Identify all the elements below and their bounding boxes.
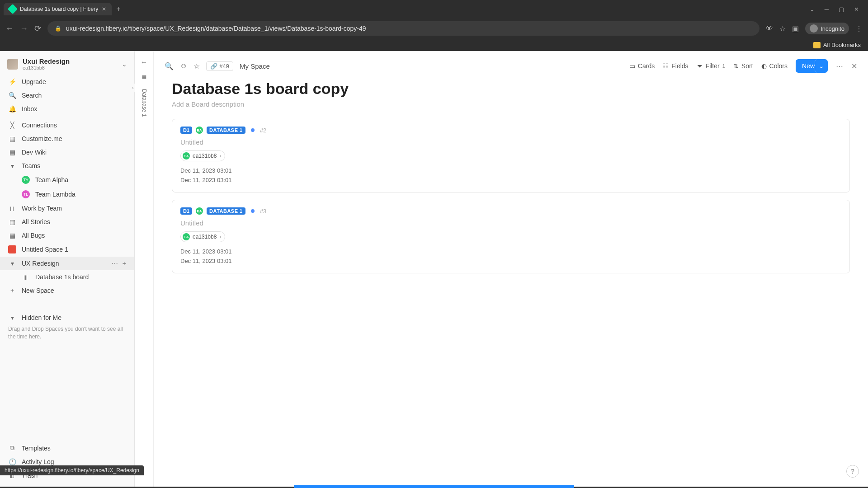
nav-right: 👁 ☆ ▣ Incognito ⋮ [766, 23, 863, 34]
clock-icon: 🕘 [8, 458, 16, 465]
bottom-accent [294, 485, 574, 488]
browser-tab[interactable]: Database 1s board copy | Fibery ✕ [4, 3, 112, 15]
close-window-icon[interactable]: ✕ [854, 6, 859, 13]
fields-control[interactable]: ☷ Fields [663, 62, 688, 70]
sidebar-collapse-icon[interactable]: ‹ [131, 84, 135, 92]
plus-icon: + [8, 287, 16, 294]
sidebar-item-db1-board[interactable]: ⫼ Database 1s board [0, 270, 134, 284]
bell-icon: 🔔 [8, 105, 16, 113]
more-icon[interactable]: ⋯ [836, 62, 843, 70]
database-stack-icon[interactable]: ≣ [142, 73, 147, 80]
sidebar-item-devwiki[interactable]: ▤ Dev Wiki [0, 145, 134, 159]
colors-control[interactable]: ◐ Colors [761, 62, 788, 70]
new-tab-button[interactable]: + [116, 5, 120, 13]
card-header: D1 EA DATABASE 1 #2 [180, 127, 841, 134]
sidebar-item-hidden-for-me[interactable]: ▾ Hidden for Me [0, 311, 134, 324]
entity-id-chip[interactable]: 🔗 #49 [206, 61, 233, 71]
sidebar-item-inbox[interactable]: 🔔 Inbox [0, 102, 134, 116]
maximize-icon[interactable]: ▢ [839, 6, 844, 13]
forward-icon[interactable]: → [20, 24, 28, 33]
updated-date: Dec 11, 2023 03:01 [180, 256, 841, 266]
close-icon[interactable]: ✕ [851, 62, 857, 70]
board-card[interactable]: D1 EA DATABASE 1 #3 Untitled EA ea131bb8… [172, 200, 850, 273]
sidebar-item-team-lambda[interactable]: TL Team Lambda [0, 187, 134, 202]
sort-control[interactable]: ⇅ Sort [733, 62, 753, 70]
cards-area: D1 EA DATABASE 1 #2 Untitled EA ea131bb8… [154, 119, 868, 273]
sidebar-label: Team Alpha [35, 176, 68, 183]
sidebar-label: Inbox [22, 105, 37, 113]
colors-label: Colors [769, 62, 788, 70]
sidebar-label: Team Lambda [35, 191, 75, 198]
board-icon: ⫼ [22, 273, 30, 281]
sidebar-item-all-stories[interactable]: ▦ All Stories [0, 215, 134, 229]
url-bar[interactable]: 🔒 uxui-redesign.fibery.io/fibery/space/U… [47, 21, 760, 36]
db-badge: D1 [180, 207, 192, 215]
smiley-icon[interactable]: ☺ [180, 62, 187, 70]
palette-icon: ◐ [761, 62, 767, 70]
card-dates: Dec 11, 2023 03:01 Dec 11, 2023 03:01 [180, 166, 841, 185]
sidebar-item-connections[interactable]: ╳ Connections [0, 118, 134, 132]
folder-icon [813, 42, 821, 48]
page-title[interactable]: Database 1s board copy [154, 77, 868, 99]
sidebar-item-team-alpha[interactable]: TA Team Alpha [0, 173, 134, 187]
kebab-menu-icon[interactable]: ⋮ [855, 24, 863, 33]
sidebar-item-templates[interactable]: ⧉ Templates [0, 441, 134, 455]
sidebar-item-search[interactable]: 🔍 Search [0, 89, 134, 102]
breadcrumb[interactable]: My Space [240, 62, 270, 70]
sidebar-label: Connections [22, 122, 57, 129]
rail-back-icon[interactable]: ← [141, 58, 148, 66]
created-date: Dec 11, 2023 03:01 [180, 166, 841, 175]
sidebar-label: All Stories [22, 218, 50, 225]
panel-icon[interactable]: ▣ [792, 24, 799, 33]
eye-off-icon[interactable]: 👁 [766, 24, 773, 33]
filter-count: 1 [722, 63, 725, 69]
chevron-down-icon[interactable]: ⌄ [122, 61, 127, 68]
sidebar-item-untitled-space[interactable]: Untitled Space 1 [0, 242, 134, 257]
minimize-icon[interactable]: ─ [825, 6, 829, 13]
filter-icon: ⏷ [697, 62, 703, 70]
chevron-down-filled-icon: ▾ [8, 260, 16, 267]
status-bar-url: https://uxui-redesign.fibery.io/fibery/s… [0, 465, 144, 475]
card-header: D1 EA DATABASE 1 #3 [180, 207, 841, 215]
workspace-avatar-icon [7, 59, 18, 70]
search-icon[interactable]: 🔍 [165, 62, 174, 70]
status-dot-icon [251, 209, 255, 213]
incognito-badge[interactable]: Incognito [805, 23, 849, 34]
wiki-icon: ▤ [8, 149, 16, 156]
star-outline-icon[interactable]: ☆ [193, 62, 200, 70]
toolbar-right: ▭ Cards ☷ Fields ⏷ Filter 1 ⇅ Sort ◐ [629, 59, 857, 73]
search-icon: 🔍 [8, 92, 16, 99]
rail-db-label[interactable]: Database 1 [141, 89, 147, 117]
workspace-switcher[interactable]: Uxui Redesign ea131bb8 ⌄ [0, 51, 134, 75]
sidebar-label: New Space [22, 287, 54, 294]
connections-icon: ╳ [8, 122, 16, 129]
board-card[interactable]: D1 EA DATABASE 1 #2 Untitled EA ea131bb8… [172, 119, 850, 192]
database-label-badge: DATABASE 1 [207, 207, 245, 215]
all-bookmarks-button[interactable]: All Bookmarks [813, 42, 861, 48]
cards-control[interactable]: ▭ Cards [629, 62, 655, 70]
page-description[interactable]: Add a Board description [154, 99, 868, 119]
sidebar-item-upgrade[interactable]: ⚡ Upgrade [0, 75, 134, 89]
assignee-name: ea131bb8 [193, 153, 217, 159]
reload-icon[interactable]: ⟳ [34, 23, 41, 33]
new-dropdown-icon[interactable]: ⌄ [815, 59, 828, 73]
back-icon[interactable]: ← [5, 24, 14, 33]
assignee-chip[interactable]: EA ea131bb8 › [180, 150, 225, 161]
sidebar-item-customize[interactable]: ▦ Customize.me [0, 132, 134, 145]
incognito-label: Incognito [821, 25, 844, 32]
sidebar-item-teams[interactable]: ▾ Teams [0, 159, 134, 173]
more-icon[interactable]: ⋯ [112, 260, 118, 267]
help-button[interactable]: ? [846, 465, 859, 478]
dropdown-icon[interactable]: ⌄ [810, 6, 815, 13]
assignee-chip[interactable]: EA ea131bb8 › [180, 231, 225, 242]
filter-control[interactable]: ⏷ Filter 1 [697, 62, 725, 70]
main-content: 🔍 ☺ ☆ 🔗 #49 My Space ▭ Cards ☷ Fields [154, 51, 868, 487]
tab-close-icon[interactable]: ✕ [102, 6, 106, 12]
sidebar-item-all-bugs[interactable]: ▦ All Bugs [0, 229, 134, 242]
sidebar-item-work-by-team[interactable]: ⫼ Work by Team [0, 202, 134, 215]
sort-icon: ⇅ [733, 62, 739, 70]
star-icon[interactable]: ☆ [779, 24, 786, 33]
sidebar-item-ux-redesign[interactable]: ▾ UX Redesign ⋯ + [0, 257, 134, 270]
sidebar-item-new-space[interactable]: + New Space [0, 284, 134, 297]
plus-icon[interactable]: + [123, 260, 126, 267]
